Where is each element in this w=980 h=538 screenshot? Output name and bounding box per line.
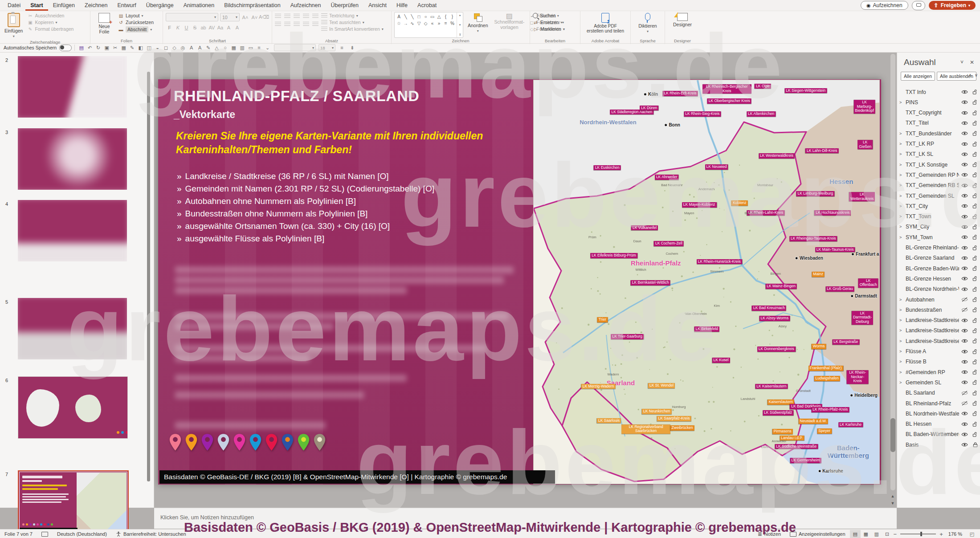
fit-to-window-button[interactable]: ◰ xyxy=(967,530,977,538)
tab-überprüfen[interactable]: Überprüfen xyxy=(326,0,363,11)
comments-button[interactable] xyxy=(912,1,925,10)
layer-label[interactable]: BL-Grenze Nordrhein-Westfalen xyxy=(906,286,959,292)
shape-option-3[interactable]: □ xyxy=(416,13,422,20)
layer-row-txt-lk-rp[interactable]: >TXT_LK RP xyxy=(897,139,980,149)
visibility-eye-icon[interactable] xyxy=(959,214,970,219)
layer-label[interactable]: Landkreise-Stadtkreise SL xyxy=(906,327,959,334)
expand-chevron-icon[interactable]: > xyxy=(897,298,906,302)
shape-outline-icon[interactable]: ◻ xyxy=(162,44,170,51)
lock-open-icon[interactable] xyxy=(970,390,980,396)
visibility-eye-icon[interactable] xyxy=(959,432,970,437)
quick-styles-button[interactable]: ▨Schnellformat-vorlagen xyxy=(493,12,527,38)
new-slide-icon[interactable]: ◧ xyxy=(137,44,144,51)
justify-button[interactable] xyxy=(303,22,309,27)
visibility-eye-icon[interactable] xyxy=(959,266,970,271)
bullets-button[interactable] xyxy=(275,14,281,19)
font-color2-button[interactable]: A xyxy=(233,24,241,31)
clear-formatting-button[interactable]: A⌫ xyxy=(260,13,268,21)
notes-area[interactable]: Klicken Sie, um Notizen hinzuzufügen xyxy=(154,508,897,529)
share-button[interactable]: ⇧Freigeben▾ xyxy=(929,1,976,10)
layer-label[interactable]: TXT_Titel xyxy=(906,120,959,126)
layer-row-txt-bundesländer[interactable]: >TXT_Bundesländer xyxy=(897,128,980,139)
gallery-scroll[interactable]: ▴▾⊻ xyxy=(457,12,463,37)
shape-option-7[interactable]: { xyxy=(442,13,449,20)
layer-label[interactable]: BL Nordrhein-Westfalen xyxy=(906,411,959,417)
expand-chevron-icon[interactable]: > xyxy=(897,339,906,343)
shape-option-4[interactable]: ○ xyxy=(422,13,429,20)
char-spacing-button[interactable]: ab xyxy=(200,24,207,31)
expand-chevron-icon[interactable]: > xyxy=(897,163,906,167)
next-slide-button[interactable]: ▼ xyxy=(891,501,895,505)
layer-label[interactable]: #Gemeinden RP xyxy=(906,369,959,375)
font-name-combo[interactable]: ▾ xyxy=(166,13,218,21)
layer-row-txt-gemeinden-sl[interactable]: >TXT_Gemeinden SL xyxy=(897,191,980,201)
increase-indent-button[interactable] xyxy=(303,14,309,19)
expand-chevron-icon[interactable]: > xyxy=(897,204,906,208)
expand-chevron-icon[interactable]: > xyxy=(897,380,906,385)
line-spacing-icon[interactable]: ≡ xyxy=(338,44,346,51)
visibility-eye-icon[interactable] xyxy=(959,318,970,323)
visibility-eye-hidden-icon[interactable] xyxy=(959,307,970,312)
expand-chevron-icon[interactable]: > xyxy=(897,152,906,156)
record-button[interactable]: ◉Aufzeichnen xyxy=(861,1,908,10)
shape-option-5[interactable]: ▭ xyxy=(429,13,436,20)
reuse-slides-icon[interactable]: ▥ xyxy=(238,44,246,51)
lock-open-icon[interactable] xyxy=(970,265,980,271)
visibility-eye-icon[interactable] xyxy=(959,235,970,240)
zoom-out-button[interactable]: − xyxy=(893,531,898,538)
grid-icon[interactable]: ▦ xyxy=(230,44,237,51)
bold-button[interactable]: F xyxy=(166,24,173,31)
lock-open-icon[interactable] xyxy=(970,369,980,375)
underline-button[interactable]: U xyxy=(183,24,190,31)
lock-open-icon[interactable] xyxy=(970,400,980,406)
find-button[interactable]: Suchen xyxy=(533,13,577,18)
canvas-scrollbar-thumb[interactable] xyxy=(890,418,895,452)
layer-label[interactable]: Gemeinden SL xyxy=(906,379,959,386)
layer-label[interactable]: TXT_Gemeinden RB Süd xyxy=(906,182,959,188)
collapse-ribbon-icon[interactable]: ⌄ xyxy=(264,44,271,51)
visibility-eye-icon[interactable] xyxy=(959,287,970,292)
layer-label[interactable]: Flüsse A xyxy=(906,348,959,355)
layer-label[interactable]: TXT_Bundesländer xyxy=(906,130,959,137)
visibility-eye-icon[interactable] xyxy=(959,183,970,188)
grow-font-button[interactable]: A˄ xyxy=(241,13,249,21)
lock-open-icon[interactable] xyxy=(970,421,980,427)
layer-row-autobahnen[interactable]: >Autobahnen xyxy=(897,294,980,305)
move-up-icon[interactable]: ∧ xyxy=(968,73,972,77)
tab-einfügen[interactable]: Einfügen xyxy=(48,0,80,11)
lock-open-icon[interactable] xyxy=(970,120,980,126)
lock-open-icon[interactable] xyxy=(970,224,980,230)
visibility-eye-icon[interactable] xyxy=(959,245,970,250)
font-color-icon[interactable]: A xyxy=(188,44,195,51)
draw-icon[interactable]: ✎ xyxy=(204,44,212,51)
visibility-eye-icon[interactable] xyxy=(959,224,970,229)
copy-icon[interactable]: ▣ xyxy=(103,44,110,51)
layer-row-sym-city[interactable]: >SYM_City xyxy=(897,222,980,232)
shape-option-12[interactable]: ▽ xyxy=(416,20,422,27)
previous-slide-button[interactable]: ▲ xyxy=(891,494,895,498)
lock-open-icon[interactable] xyxy=(970,99,980,105)
thumbnail-scrollbar[interactable] xyxy=(147,72,150,481)
tab-zeichnen[interactable]: Zeichnen xyxy=(80,0,112,11)
tab-acrobat[interactable]: Acrobat xyxy=(412,0,441,11)
shape-gallery[interactable]: A╲╲□○▭△{}☆→∿▽◇«»=% ▴▾⊻ xyxy=(394,12,463,38)
slide-thumbnail-3[interactable] xyxy=(18,128,127,190)
select-button[interactable]: ▷Markieren▾ xyxy=(533,26,577,32)
layer-row-#gemeinden-rp[interactable]: >#Gemeinden RP xyxy=(897,367,980,377)
slide-bullet-list[interactable]: »Landkreise / Stadtkreise (36 RP / 6 SL)… xyxy=(177,170,434,245)
tab-animationen[interactable]: Animationen xyxy=(179,0,220,11)
layer-label[interactable]: Basis xyxy=(906,442,959,448)
layer-label[interactable]: TXT_LK Sonstige xyxy=(906,162,959,168)
lock-open-icon[interactable] xyxy=(970,89,980,95)
lock-open-icon[interactable] xyxy=(970,432,980,437)
lock-open-icon[interactable] xyxy=(970,379,980,385)
shape-option-14[interactable]: « xyxy=(429,20,436,27)
layer-row-flüsse-b[interactable]: >Flüsse B xyxy=(897,357,980,367)
visibility-eye-icon[interactable] xyxy=(959,338,970,343)
textbox-icon[interactable]: ▭ xyxy=(247,44,254,51)
visibility-eye-icon[interactable] xyxy=(959,193,970,198)
layer-label[interactable]: TXT_City xyxy=(906,203,959,209)
layer-row-txt-town[interactable]: >TXT_Town xyxy=(897,212,980,222)
visibility-eye-icon[interactable] xyxy=(959,328,970,333)
slide-7[interactable]: RHEINLAND-PFALZ / SAARLAND _Vektorkarte … xyxy=(158,79,881,485)
